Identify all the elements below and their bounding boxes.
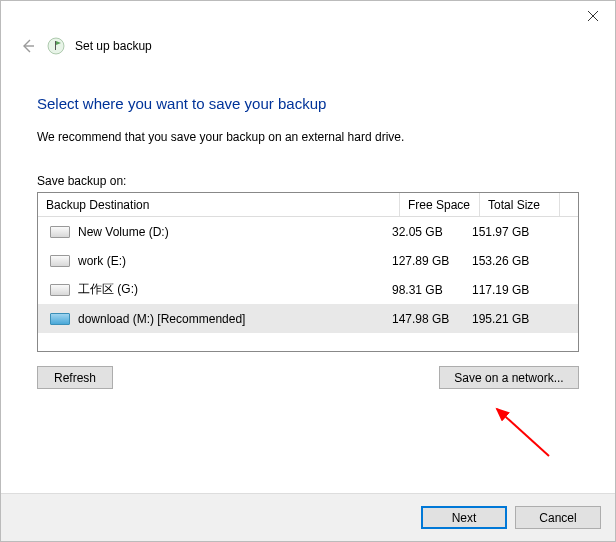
drive-list-spacer [38, 333, 578, 351]
recommendation-text: We recommend that you save your backup o… [37, 130, 579, 144]
drive-total-size: 117.19 GB [472, 283, 552, 297]
drive-name: work (E:) [74, 254, 392, 268]
drive-row[interactable]: New Volume (D:)32.05 GB151.97 GB [38, 217, 578, 246]
save-on-network-button[interactable]: Save on a network... [439, 366, 579, 389]
drive-icon [46, 226, 74, 238]
svg-line-5 [497, 409, 549, 456]
drive-total-size: 151.97 GB [472, 225, 552, 239]
save-on-label: Save backup on: [37, 174, 579, 188]
drive-row[interactable]: work (E:)127.89 GB153.26 GB [38, 246, 578, 275]
drive-list: Backup Destination Free Space Total Size… [37, 192, 579, 352]
hdd-icon [50, 255, 70, 267]
drive-row[interactable]: download (M:) [Recommended]147.98 GB195.… [38, 304, 578, 333]
wizard-title: Set up backup [75, 39, 152, 53]
drive-free-space: 147.98 GB [392, 312, 472, 326]
drive-list-body: New Volume (D:)32.05 GB151.97 GBwork (E:… [38, 217, 578, 333]
button-row: Refresh Save on a network... [37, 366, 579, 389]
page-heading: Select where you want to save your backu… [37, 95, 579, 112]
drive-total-size: 153.26 GB [472, 254, 552, 268]
col-header-total[interactable]: Total Size [480, 193, 560, 216]
col-header-free[interactable]: Free Space [400, 193, 480, 216]
drive-icon [46, 313, 74, 325]
close-icon [588, 11, 598, 21]
wizard-header: Set up backup [1, 37, 615, 55]
drive-list-header: Backup Destination Free Space Total Size [38, 193, 578, 217]
drive-icon [46, 255, 74, 267]
drive-free-space: 32.05 GB [392, 225, 472, 239]
hdd-icon [50, 284, 70, 296]
wizard-footer: Next Cancel [1, 493, 615, 541]
drive-row[interactable]: 工作区 (G:)98.31 GB117.19 GB [38, 275, 578, 304]
back-button[interactable] [19, 37, 37, 55]
drive-free-space: 127.89 GB [392, 254, 472, 268]
next-button[interactable]: Next [421, 506, 507, 529]
back-arrow-icon [20, 38, 36, 54]
refresh-button[interactable]: Refresh [37, 366, 113, 389]
svg-rect-4 [55, 41, 56, 50]
window-close-button[interactable] [571, 1, 615, 31]
hdd-icon [50, 313, 70, 325]
cancel-button[interactable]: Cancel [515, 506, 601, 529]
col-header-destination[interactable]: Backup Destination [38, 193, 400, 216]
wizard-content: Select where you want to save your backu… [1, 55, 615, 389]
col-header-pad [560, 193, 578, 216]
window-titlebar [1, 1, 615, 31]
annotation-arrow [479, 401, 559, 461]
hdd-icon [50, 226, 70, 238]
drive-icon [46, 284, 74, 296]
drive-name: New Volume (D:) [74, 225, 392, 239]
drive-name: download (M:) [Recommended] [74, 312, 392, 326]
drive-free-space: 98.31 GB [392, 283, 472, 297]
drive-total-size: 195.21 GB [472, 312, 552, 326]
backup-wizard-icon [47, 37, 65, 55]
drive-name: 工作区 (G:) [74, 281, 392, 298]
